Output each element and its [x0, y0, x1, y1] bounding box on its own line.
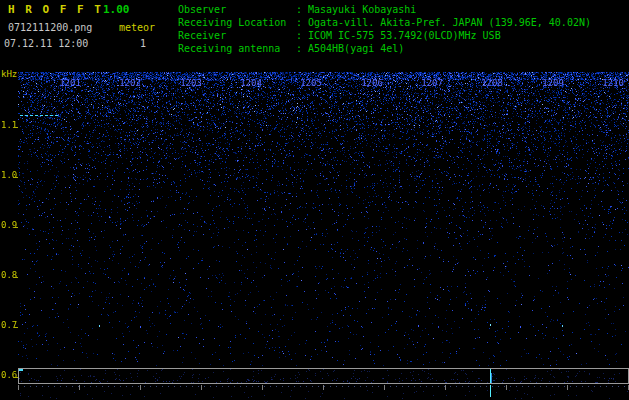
- y-axis-unit-label: kHz: [1, 70, 17, 79]
- y-tick-mark: [14, 327, 18, 328]
- y-tick-label: 0.7: [1, 321, 17, 330]
- info-row-receiver: Receiver : ICOM IC-575 53.7492(0LCD)MHz …: [178, 29, 591, 42]
- station-info-block: Observer : Masayuki Kobayashi Receiving …: [178, 3, 591, 55]
- meteor-count: 1: [140, 39, 146, 49]
- info-label: Receiving antenna: [178, 42, 296, 55]
- info-value: A504HB(yagi 4el): [308, 42, 404, 55]
- time-tick-label: 1206: [359, 79, 385, 88]
- time-tick-label: 1207: [419, 79, 445, 88]
- y-tick-label: 0.9: [1, 221, 17, 230]
- mode-label: meteor: [119, 23, 155, 33]
- y-tick-label: 1.0: [1, 171, 17, 180]
- info-value: Masayuki Kobayashi: [308, 3, 416, 16]
- hrofft-app-window: H R O F F T 1.00 0712111200.png meteor 0…: [0, 0, 629, 400]
- time-tick-label: 1208: [479, 79, 505, 88]
- time-tick-label: 1202: [117, 79, 143, 88]
- y-tick-mark: [14, 377, 18, 378]
- time-tick-label: 1204: [238, 79, 264, 88]
- info-label: Observer: [178, 3, 296, 16]
- y-tick-mark: [14, 277, 18, 278]
- y-tick-label: 0.6: [1, 371, 17, 380]
- time-tick-label: 1201: [57, 79, 83, 88]
- info-value: ICOM IC-575 53.7492(0LCD)MHz USB: [308, 29, 501, 42]
- app-version: 1.00: [103, 4, 130, 15]
- y-tick-label: 0.8: [1, 271, 17, 280]
- info-value: Ogata-vill. Akita-Pref. JAPAN (139.96E, …: [308, 16, 591, 29]
- info-colon: :: [296, 16, 308, 29]
- time-tick-label: 1203: [178, 79, 204, 88]
- output-filename: 0712111200.png: [8, 23, 92, 33]
- time-tick-label: 1205: [298, 79, 324, 88]
- y-tick-mark: [14, 227, 18, 228]
- info-row-observer: Observer : Masayuki Kobayashi: [178, 3, 591, 16]
- info-label: Receiver: [178, 29, 296, 42]
- info-row-receiving-location: Receiving Location : Ogata-vill. Akita-P…: [178, 16, 591, 29]
- time-tick-label: 1209: [540, 79, 566, 88]
- signal-level-strip-canvas: [0, 366, 629, 400]
- datetime-label: 07.12.11 12:00: [4, 39, 88, 49]
- y-tick-mark: [14, 127, 18, 128]
- y-tick-mark: [14, 177, 18, 178]
- y-tick-label: 1.1: [1, 121, 17, 130]
- app-title: H R O F F T: [8, 4, 103, 15]
- info-colon: :: [296, 3, 308, 16]
- spectrogram-canvas: [18, 72, 629, 366]
- info-colon: :: [296, 29, 308, 42]
- info-label: Receiving Location: [178, 16, 296, 29]
- time-tick-label: 1210: [600, 79, 626, 88]
- info-colon: :: [296, 42, 308, 55]
- info-row-receiving-antenna: Receiving antenna : A504HB(yagi 4el): [178, 42, 591, 55]
